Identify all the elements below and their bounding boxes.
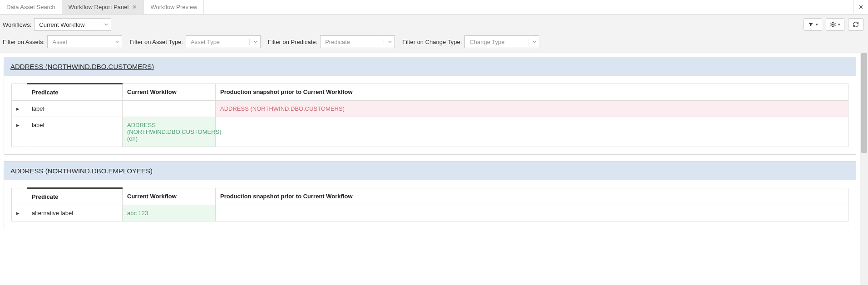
settings-button[interactable]: ▾ <box>826 18 844 31</box>
cell-prior <box>216 205 848 221</box>
caret-down-icon: ▾ <box>816 22 818 27</box>
col-predicate: Predicate <box>27 188 123 205</box>
col-predicate: Predicate <box>27 84 123 101</box>
workflows-select[interactable]: Current Workflow <box>34 18 111 31</box>
chevron-down-icon <box>111 39 119 45</box>
cell-prior <box>216 117 848 147</box>
tab-label: Workflow Report Panel <box>69 4 129 10</box>
filter-asset-type-select[interactable]: Asset Type <box>186 35 261 48</box>
toolbar: Workflows: Current Workflow ▾ ▾ F <box>0 15 868 53</box>
filter-button[interactable]: ▾ <box>804 18 822 31</box>
row-expander[interactable]: ▸ <box>12 205 27 221</box>
col-current: Current Workflow <box>123 188 216 205</box>
cell-predicate: alternative label <box>27 205 123 221</box>
workflows-value: Current Workflow <box>39 21 84 28</box>
filter-predicate-select[interactable]: Predicate <box>320 35 395 48</box>
chevron-down-icon <box>384 39 392 45</box>
diff-section: ADDRESS (NORTHWIND.DBO.CUSTOMERS)Predica… <box>4 57 856 155</box>
filter-change-type-label: Filter on Change Type: <box>402 39 462 45</box>
filter-assets-placeholder: Asset <box>52 39 67 45</box>
scrollbar[interactable] <box>860 53 868 285</box>
diff-section: ADDRESS (NORTHWIND.DBO.EMPLOYEES)Predica… <box>4 161 856 229</box>
col-expander <box>12 84 27 101</box>
tab-data-asset-search[interactable]: Data Asset Search <box>0 0 62 14</box>
filter-predicate-placeholder: Predicate <box>325 39 350 45</box>
diff-table: PredicateCurrent WorkflowProduction snap… <box>11 83 848 147</box>
tabstrip: Data Asset Search Workflow Report Panel … <box>0 0 868 15</box>
filter-asset-type-placeholder: Asset Type <box>191 39 220 45</box>
scrollbar-thumb[interactable] <box>861 53 867 153</box>
tab-workflow-preview[interactable]: Workflow Preview <box>144 0 204 14</box>
section-header: ADDRESS (NORTHWIND.DBO.EMPLOYEES) <box>4 162 856 180</box>
filter-asset-type-label: Filter on Asset Type: <box>129 39 183 45</box>
section-header: ADDRESS (NORTHWIND.DBO.CUSTOMERS) <box>4 57 856 76</box>
filter-predicate-label: Filter on Predicate: <box>268 39 317 45</box>
asset-link[interactable]: ADDRESS (NORTHWIND.DBO.EMPLOYEES) <box>10 167 153 175</box>
table-row: ▸labelADDRESS (NORTHWIND.DBO.CUSTOMERS) … <box>12 117 848 147</box>
tab-label: Data Asset Search <box>6 4 55 10</box>
tab-label: Workflow Preview <box>150 4 197 10</box>
caret-down-icon: ▾ <box>838 22 840 27</box>
filter-change-type-select[interactable]: Change Type <box>464 35 539 48</box>
col-prior: Production snapshot prior to Current Wor… <box>216 188 848 205</box>
col-prior: Production snapshot prior to Current Wor… <box>216 84 848 101</box>
cell-current <box>123 101 216 117</box>
col-current: Current Workflow <box>123 84 216 101</box>
diff-table: PredicateCurrent WorkflowProduction snap… <box>11 187 848 221</box>
svg-point-0 <box>832 24 834 25</box>
asset-link[interactable]: ADDRESS (NORTHWIND.DBO.CUSTOMERS) <box>10 63 154 70</box>
section-body: PredicateCurrent WorkflowProduction snap… <box>4 180 856 229</box>
report-content[interactable]: ADDRESS (NORTHWIND.DBO.CUSTOMERS)Predica… <box>0 53 860 285</box>
close-icon[interactable]: ✕ <box>132 4 137 10</box>
cell-prior: ADDRESS (NORTHWIND.DBO.CUSTOMERS) <box>216 101 848 117</box>
cell-predicate: label <box>27 117 123 147</box>
filter-assets-label: Filter on Assets: <box>3 39 44 45</box>
cell-current: ADDRESS (NORTHWIND.DBO.CUSTOMERS) (en) <box>123 117 216 147</box>
section-body: PredicateCurrent WorkflowProduction snap… <box>4 76 856 154</box>
chevron-down-icon <box>528 39 536 45</box>
cell-current: abc 123 <box>123 205 216 221</box>
table-row: ▸labelADDRESS (NORTHWIND.DBO.CUSTOMERS) <box>12 101 848 117</box>
workflows-label: Workflows: <box>3 21 31 28</box>
chevron-down-icon <box>100 21 108 28</box>
panel-close-button[interactable]: ✕ <box>853 0 868 14</box>
filter-change-type-placeholder: Change Type <box>469 39 504 45</box>
col-expander <box>12 188 27 205</box>
row-expander[interactable]: ▸ <box>12 101 27 117</box>
filter-assets-select[interactable]: Asset <box>47 35 122 48</box>
table-row: ▸alternative labelabc 123 <box>12 205 848 221</box>
refresh-button[interactable] <box>848 18 863 31</box>
row-expander[interactable]: ▸ <box>12 117 27 147</box>
tab-workflow-report-panel[interactable]: Workflow Report Panel ✕ <box>62 0 144 14</box>
cell-predicate: label <box>27 101 123 117</box>
chevron-down-icon <box>249 39 257 45</box>
